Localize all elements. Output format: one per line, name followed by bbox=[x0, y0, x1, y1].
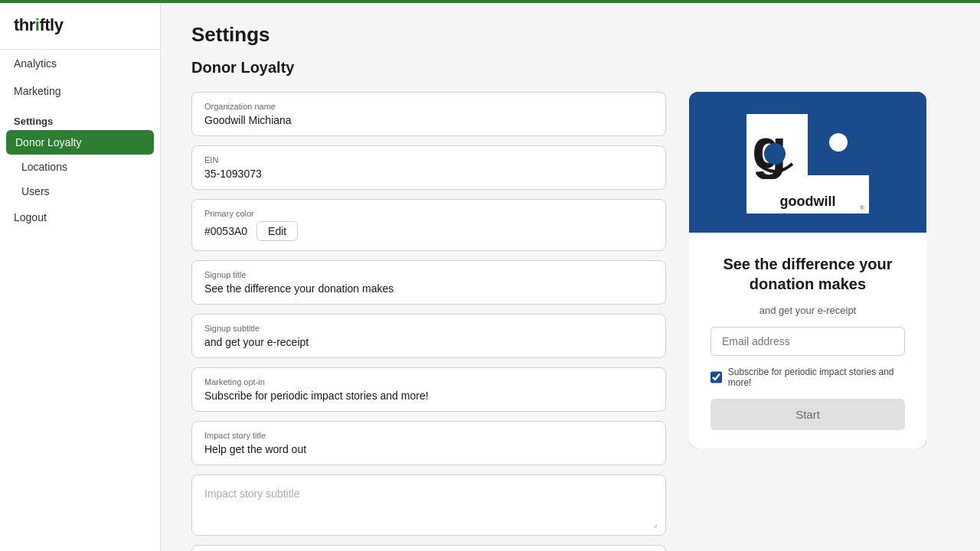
marketing-optin-field[interactable]: Marketing opt-in Subscribe for periodic … bbox=[191, 367, 666, 412]
primary-color-field[interactable]: Primary color #0053A0 Edit bbox=[191, 199, 666, 251]
marketing-optin-value: Subscribe for periodic impact stories an… bbox=[204, 390, 653, 402]
impact-title-label: Impact story title bbox=[204, 431, 653, 440]
content-wrap: Organization name Goodwill Michiana EIN … bbox=[191, 92, 949, 551]
color-row: #0053A0 Edit bbox=[204, 221, 653, 241]
nav-settings-label: Settings bbox=[0, 105, 160, 130]
form-column: Organization name Goodwill Michiana EIN … bbox=[191, 92, 666, 551]
main-content: Settings Donor Loyalty Organization name… bbox=[161, 0, 980, 551]
svg-point-4 bbox=[829, 133, 848, 152]
signup-title-field[interactable]: Signup title See the difference your don… bbox=[191, 260, 666, 305]
signup-title-label: Signup title bbox=[204, 270, 653, 279]
nav-donor-loyalty[interactable]: Donor Loyalty bbox=[6, 130, 154, 155]
impact-subtitle-placeholder: Impact story subtitle bbox=[204, 487, 653, 500]
ein-label: EIN bbox=[204, 155, 653, 165]
ein-field[interactable]: EIN 35-1093073 bbox=[191, 145, 666, 190]
preview-panel: g goodwill ® See the difference your don… bbox=[689, 92, 926, 448]
nav-users[interactable]: Users bbox=[0, 179, 160, 204]
marketing-optin-label: Marketing opt-in bbox=[204, 377, 653, 386]
svg-text:goodwill: goodwill bbox=[780, 194, 836, 209]
logo-area: thriftly bbox=[0, 3, 160, 50]
goodwill-logo-svg: g goodwill ® bbox=[743, 110, 873, 217]
preview-marketing-checkbox[interactable] bbox=[710, 371, 722, 383]
impact-subtitle-field[interactable]: Impact story subtitle ⌟ bbox=[191, 474, 666, 536]
nav-logout[interactable]: Logout bbox=[0, 204, 160, 231]
signup-subtitle-field[interactable]: Signup subtitle and get your e-receipt bbox=[191, 314, 666, 358]
org-name-value: Goodwill Michiana bbox=[204, 114, 653, 126]
preview-checkbox-label: Subscribe for periodic impact stories an… bbox=[728, 367, 905, 388]
signup-subtitle-value: and get your e-receipt bbox=[204, 336, 653, 348]
impact-title-field[interactable]: Impact story title Help get the word out bbox=[191, 421, 666, 465]
nav-locations[interactable]: Locations bbox=[0, 155, 160, 179]
ein-value: 35-1093073 bbox=[204, 168, 653, 180]
svg-point-5 bbox=[764, 143, 786, 165]
preview-checkbox-row: Subscribe for periodic impact stories an… bbox=[710, 367, 905, 388]
nav-analytics[interactable]: Analytics bbox=[0, 50, 160, 77]
signup-subtitle-label: Signup subtitle bbox=[204, 324, 653, 333]
resize-handle: ⌟ bbox=[653, 518, 658, 529]
primary-color-value: #0053A0 bbox=[204, 225, 247, 237]
svg-text:®: ® bbox=[860, 204, 864, 211]
preview-email-input[interactable] bbox=[710, 327, 905, 356]
impact-video-field[interactable]: Impact story video URL https://vimeo.com… bbox=[191, 545, 666, 551]
section-title: Donor Loyalty bbox=[191, 59, 949, 77]
preview-title: See the difference your donation makes bbox=[710, 254, 905, 294]
primary-color-label: Primary color bbox=[204, 209, 653, 218]
preview-logo-area: g goodwill ® bbox=[689, 92, 926, 233]
sidebar: thriftly Analytics Marketing Settings Do… bbox=[0, 0, 161, 551]
edit-color-button[interactable]: Edit bbox=[256, 221, 298, 241]
main-nav: Analytics Marketing Settings Donor Loyal… bbox=[0, 50, 160, 231]
nav-marketing[interactable]: Marketing bbox=[0, 77, 160, 105]
org-name-label: Organization name bbox=[204, 102, 653, 111]
org-name-field[interactable]: Organization name Goodwill Michiana bbox=[191, 92, 666, 136]
impact-title-value: Help get the word out bbox=[204, 443, 653, 455]
preview-start-button[interactable]: Start bbox=[710, 399, 905, 430]
page-title: Settings bbox=[191, 23, 949, 47]
signup-title-value: See the difference your donation makes bbox=[204, 282, 653, 295]
preview-card: See the difference your donation makes a… bbox=[689, 233, 926, 448]
app-logo[interactable]: thriftly bbox=[14, 15, 63, 34]
preview-subtitle: and get your e-receipt bbox=[760, 305, 856, 316]
